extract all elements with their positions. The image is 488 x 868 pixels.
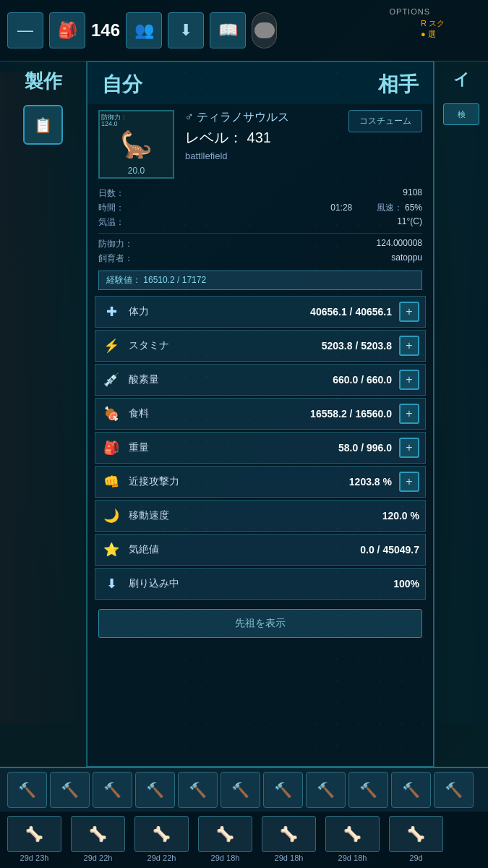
creature-info: ♂ ティラノサウルス レベル： 431 battllefield [185,110,338,167]
bottom-slot-0[interactable]: 🔨 [7,772,47,808]
exp-bar: 経験値： 16510.2 / 17172 [98,271,422,290]
time-value: 01:28 [330,203,352,213]
time-value-group: 01:28 風速： 65% [330,202,422,214]
bottom-slot-8[interactable]: 🔨 [348,772,388,808]
defense-value: 124.0 [101,120,118,127]
notes-icon-btn[interactable]: 📋 [23,105,63,145]
stat-name-6: 移動速度 [129,509,375,522]
bottom-item-5: 🦴29d 18h [322,816,383,862]
stat-value-7: 0.0 / 45049.7 [360,544,419,556]
bottom-slot-1[interactable]: 🔨 [50,772,90,808]
bottom-slot-10[interactable]: 🔨 [434,772,474,808]
stat-add-btn-2[interactable]: + [399,370,419,390]
bottom-item-time-1: 29d 22h [84,854,113,862]
costume-button[interactable]: コスチューム [348,110,422,132]
bottom-slot-7[interactable]: 🔨 [306,772,346,808]
bottom-item-0: 🦴29d 23h [4,816,65,862]
stat-icon-8: ⬇ [101,574,121,594]
bottom-item-box-5[interactable]: 🦴 [325,816,380,852]
level-value: 431 [247,129,271,145]
stat-row-3: 🍖食料16558.2 / 16560.0+ [95,398,426,430]
right-sidebar-title: イ [453,69,470,90]
creature-name: ♂ ティラノサウルス [185,110,338,125]
stat-icon-7: ⭐ [101,540,121,560]
bottom-slot-2[interactable]: 🔨 [93,772,132,808]
bottom-item-box-4[interactable]: 🦴 [262,816,316,852]
stat-row-4: 🎒重量58.0 / 996.0+ [95,432,426,464]
bottom-slot-4[interactable]: 🔨 [178,772,218,808]
slider[interactable] [252,12,277,48]
right-sidebar: イ 検 [434,61,488,767]
minimize-icon[interactable]: — [7,12,43,48]
bottom-item-2: 🦴29d 22h [131,816,192,862]
stat-name-2: 酸素量 [129,373,325,386]
stat-name-7: 気絶値 [129,543,353,556]
ancestor-button[interactable]: 先祖を表示 [98,609,422,638]
bottom-item-box-2[interactable]: 🦴 [134,816,189,852]
search-button[interactable]: 検 [443,103,479,125]
stat-add-btn-3[interactable]: + [399,404,419,424]
exp-current: 16510.2 [143,275,174,285]
stat-name-5: 近接攻撃力 [129,475,342,488]
bottom-slot-3[interactable]: 🔨 [135,772,175,808]
stat-name-1: スタミナ [129,339,314,352]
stat-value-2: 660.0 / 660.0 [333,374,392,386]
level-label: レベル： [185,129,243,145]
creature-level: レベル： 431 [185,128,338,148]
bottom-item-box-1[interactable]: 🦴 [71,816,125,852]
stat-value-5: 1203.8 % [349,476,392,488]
bottom-item-time-0: 29d 23h [20,854,49,862]
download-icon[interactable]: ⬇ [168,12,204,48]
bottom-bar: 🔨🔨🔨🔨🔨🔨🔨🔨🔨🔨🔨 🦴29d 23h🦴29d 22h🦴29d 22h🦴29d… [0,767,488,868]
temp-line: 気温： 11°(C) [98,216,422,229]
time-line: 時間： 01:28 風速： 65% [98,202,422,214]
stat-row-8: ⬇刷り込み中100% [95,568,426,600]
bottom-item-time-5: 29d 18h [338,854,367,862]
defense2-value: 124.000008 [377,238,422,250]
bottom-item-time-6: 29d [409,854,422,862]
days-label: 日数： [98,187,124,200]
bottom-slot-5[interactable]: 🔨 [221,772,260,808]
panel-header: 自分 相手 [87,62,433,104]
book-icon[interactable]: 📖 [210,12,246,48]
bottom-item-4: 🦴29d 18h [258,816,320,862]
options-label: OPTIONS [389,7,430,16]
creature-section: 防御力： 124.0 🦕 20.0 ♂ ティラノサウルス レベル： 431 ba… [87,104,433,184]
stat-add-btn-5[interactable]: + [399,472,419,492]
stat-value-4: 58.0 / 996.0 [338,442,392,454]
bottom-slot-9[interactable]: 🔨 [391,772,431,808]
exp-max: 17172 [182,275,206,285]
stat-value-3: 16558.2 / 16560.0 [310,408,392,420]
stat-row-6: 🌙移動速度120.0 % [95,500,426,532]
stat-add-btn-1[interactable]: + [399,336,419,356]
defense2-row: 防御力： 124.000008 [87,238,433,250]
stat-add-btn-4[interactable]: + [399,438,419,458]
bottom-slots-row: 🔨🔨🔨🔨🔨🔨🔨🔨🔨🔨🔨 [0,768,488,812]
backpack-icon[interactable]: 🎒 [49,12,85,48]
stat-add-btn-0[interactable]: + [399,302,419,322]
temp-label: 気温： [98,216,124,229]
stat-icon-2: 💉 [101,370,121,390]
stat-icon-3: 🍖 [101,404,121,424]
stat-icon-6: 🌙 [101,506,121,526]
stat-name-3: 食料 [129,407,303,420]
tribe-icon[interactable]: 👥 [126,12,162,48]
bottom-item-box-0[interactable]: 🦴 [7,816,61,852]
bottom-slot-6[interactable]: 🔨 [263,772,303,808]
exp-separator: / [177,275,182,285]
stat-row-0: ✚体力40656.1 / 40656.1+ [95,296,426,328]
bottom-item-6: 🦴29d [385,816,447,862]
options-r: R スク● 選 [421,18,445,40]
owner-label: 飼育者： [98,252,133,265]
bottom-item-box-3[interactable]: 🦴 [198,816,252,852]
self-label: 自分 [102,71,142,98]
slider-knob [254,22,275,38]
stat-value-1: 5203.8 / 5203.8 [322,340,392,352]
portrait-bottom-value: 20.0 [128,166,145,176]
bottom-item-box-6[interactable]: 🦴 [389,816,443,852]
bottom-items-row: 🦴29d 23h🦴29d 22h🦴29d 22h🦴29d 18h🦴29d 18h… [0,812,488,866]
stat-row-2: 💉酸素量660.0 / 660.0+ [95,364,426,396]
stat-row-1: ⚡スタミナ5203.8 / 5203.8+ [95,330,426,362]
creature-portrait: 防御力： 124.0 🦕 20.0 [98,110,174,179]
stat-rows-container: ✚体力40656.1 / 40656.1+⚡スタミナ5203.8 / 5203.… [87,296,433,600]
